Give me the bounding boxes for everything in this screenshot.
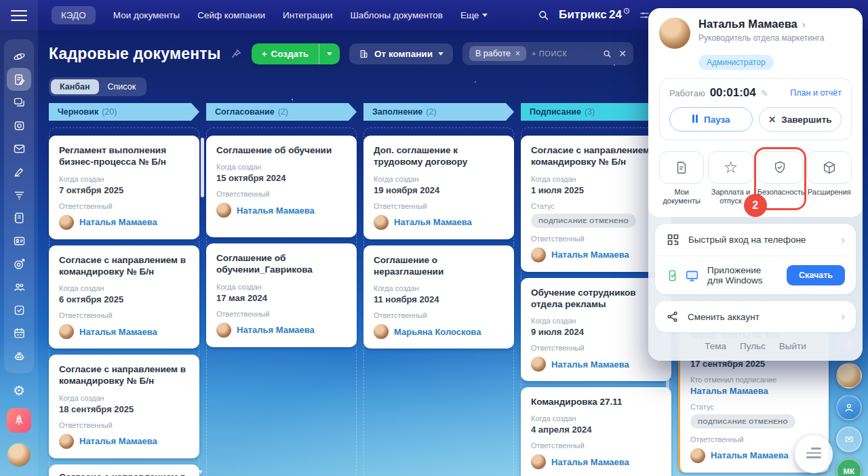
card-title: Согласие с направлением в командировку №… [531,144,661,168]
logout-link[interactable]: Выйти [779,341,806,351]
user-chat-avatar[interactable] [836,395,862,420]
sidebar-item-network[interactable] [7,45,31,68]
kanban-card[interactable]: Соглашение о неразглашении Когда создан … [363,245,514,349]
field-label: Когда создан [374,284,504,292]
switch-account-row[interactable]: Сменить аккаунт › [655,301,856,332]
sidebar-item-calendar[interactable] [7,321,31,344]
responsible-link[interactable]: Наталья Мамаева [711,450,789,460]
sidebar-item-copilot[interactable] [7,344,31,368]
column-header[interactable]: Согласование(2) [206,103,357,121]
nav-tab-integrations[interactable]: Интеграции [283,10,332,20]
card-title: Регламент выполнения бизнес-процесса № Б… [59,144,189,168]
chip-close-icon[interactable]: × [515,49,520,58]
sidebar-item-hr[interactable] [7,275,31,298]
pause-label: Пауза [704,115,730,125]
pause-button[interactable]: Пауза [669,107,753,132]
kanban-card[interactable]: Соглашение об обучении_Гаврикова Когда с… [206,243,357,347]
responsible-link[interactable]: Наталья Мамаева [79,217,157,227]
app-my-documents[interactable]: Мои документы [659,151,704,205]
responsible-link[interactable]: Наталья Мамаева [79,327,157,337]
pulse-link[interactable]: Пульс [740,341,766,351]
kanban-card[interactable]: Согласие с направлением в командировку №… [49,355,199,458]
quick-login-row[interactable]: Быстрый вход на телефоне › [655,224,856,256]
chip-label: В работе [475,49,511,58]
create-dropdown[interactable] [319,43,340,64]
windows-app-row[interactable]: Приложение для Windows Скачать [655,256,856,294]
search-input[interactable]: В работе× + ПОИСК ✕ [462,42,633,65]
group-chat-avatar[interactable] [836,363,862,389]
chat-initials-badge[interactable]: МК [836,458,862,476]
profile-avatar[interactable] [659,18,690,49]
column-header[interactable]: Черновик(20) [49,103,199,121]
mail-channel-icon[interactable]: ✉ [836,427,862,452]
column-scrollbar[interactable] [201,138,204,197]
filter-chip-in-progress[interactable]: В работе× [469,46,526,61]
sidebar-item-crm[interactable] [7,252,31,275]
kanban-card[interactable]: Соглашение об обучении Когда создан 15 о… [206,136,357,237]
create-button[interactable]: +Создать [252,43,340,64]
search-icon[interactable] [602,49,612,59]
responsible-link[interactable]: Наталья Мамаева [237,325,315,335]
settings-gear-icon[interactable]: ⚙ [13,382,25,399]
sidebar-user-avatar[interactable] [6,442,32,468]
field-label: Ответственный [374,311,504,319]
kanban-card[interactable]: Доп. соглашение к трудовому договору Ког… [363,136,514,239]
sidebar-item-documents[interactable] [7,68,31,91]
company-filter-button[interactable]: От компании [349,43,453,64]
field-label: Когда создан [531,175,661,183]
app-root: КЭДО Мои документы Сейф компании Интегра… [0,0,868,476]
tab-kanban[interactable]: Канбан [51,79,99,94]
finish-button[interactable]: ✕Завершить [759,107,842,132]
edit-pencil-icon[interactable]: ✎ [761,88,768,98]
sidebar-item-sign[interactable] [7,160,31,183]
column-header[interactable]: Заполнение(2) [363,103,514,121]
tab-list[interactable]: Список [99,79,145,94]
nav-tab-company-safe[interactable]: Сейф компании [197,10,265,20]
sidebar-item-mail[interactable] [7,137,31,160]
nav-tab-kedo[interactable]: КЭДО [52,6,96,24]
sidebar-item-tasks[interactable] [7,298,31,321]
app-extensions[interactable]: Расширения [807,151,852,205]
card-title: Командировка 27.11 [531,396,661,408]
kanban-card[interactable]: Регламент выполнения бизнес-процесса № Б… [49,136,199,239]
app-security[interactable]: Безопасность 2 [757,151,803,205]
responsible-link[interactable]: Наталья Мамаева [551,359,629,370]
clock-icon [623,7,630,14]
profile-name[interactable]: Наталья Мамаева› [698,18,824,31]
responsible-link[interactable]: Марьяна Колоскова [394,327,481,337]
pin-icon[interactable] [231,48,242,60]
sidebar-item-video[interactable] [7,114,31,137]
rocket-icon[interactable] [7,408,31,433]
quick-menu-fab[interactable] [795,435,833,473]
cancelled-by-link[interactable]: Наталья Мамаева [690,386,818,396]
accounts-network-icon [666,310,679,323]
sidebar-item-notebook[interactable] [7,206,31,229]
card-title: Согласие с направлением в [59,471,189,476]
scroll-down-icon[interactable]: ▼ [197,469,203,475]
search-clear-icon[interactable]: ✕ [618,48,627,59]
download-button[interactable]: Скачать [787,265,845,285]
kanban-card[interactable]: Согласие с направлением в командировку №… [49,245,199,349]
responsible-link[interactable]: Наталья Мамаева [79,436,157,446]
responsible-link[interactable]: Наталья Мамаева [551,457,629,467]
nav-tab-templates[interactable]: Шаблоны документов [350,10,442,20]
responsible-link[interactable]: Наталья Мамаева [237,205,315,216]
switch-account-label: Сменить аккаунт [688,312,833,322]
nav-tab-more[interactable]: Еще [460,10,488,20]
avatar [216,203,231,218]
responsible-link[interactable]: Наталья Мамаева [551,250,629,260]
search-icon[interactable] [537,9,550,22]
responsible-link[interactable]: Наталья Мамаева [394,217,472,227]
nav-tab-my-documents[interactable]: Мои документы [113,10,180,20]
sidebar-item-contact-card[interactable] [7,229,31,252]
kanban-card[interactable]: Согласие с направлением в [49,464,199,476]
plan-report-link[interactable]: План и отчёт [790,88,842,98]
sidebar-item-chats[interactable] [7,91,31,114]
bitrix24-logo[interactable]: Битрикс24 [559,8,630,22]
field-value: 6 октября 2025 [59,294,189,304]
profile-apps-row: Мои документы ☆ Зарплата и отпуск Безопа… [659,151,852,206]
sidebar-item-feed[interactable] [7,183,31,206]
menu-icon[interactable] [11,10,27,24]
kanban-card[interactable]: Командировка 27.11 Когда создан 4 апреля… [521,387,671,476]
theme-link[interactable]: Тема [705,341,726,351]
